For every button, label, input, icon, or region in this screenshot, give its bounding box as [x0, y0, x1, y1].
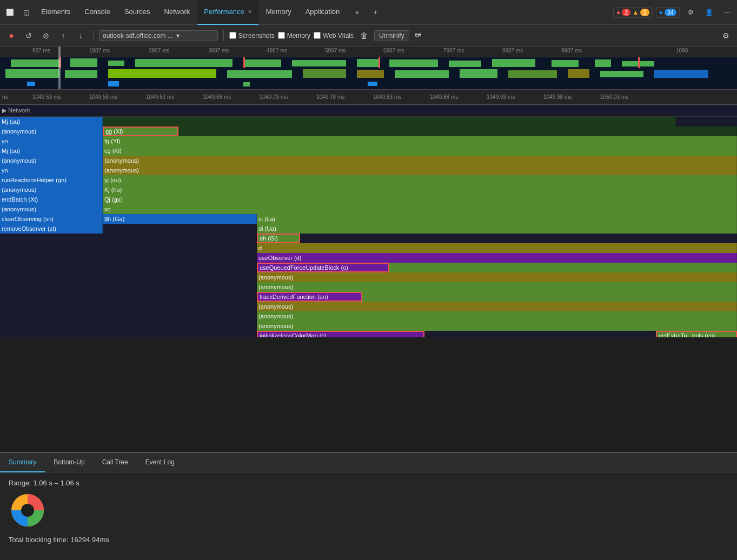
- svg-rect-8: [389, 59, 438, 67]
- account-icon[interactable]: 👤: [701, 5, 716, 20]
- memory-checkbox[interactable]: [278, 32, 285, 39]
- flame-row-9: (anonymous) xo: [0, 204, 737, 214]
- webvitals-checkbox[interactable]: [314, 32, 321, 39]
- ruler-tick-10: 1098: [676, 48, 688, 54]
- flame-row-14: useObserver (d): [0, 253, 737, 263]
- flame-cell[interactable]: useObserver (d): [257, 253, 737, 263]
- flame-cell[interactable]: Qj (gu): [103, 195, 737, 204]
- flame-cell[interactable]: (anonymous): [0, 126, 103, 136]
- tab-application[interactable]: Application: [299, 0, 347, 25]
- flame-cell[interactable]: (anonymous): [257, 302, 737, 311]
- flame-cell[interactable]: endBatch (Xt): [0, 195, 103, 204]
- flame-cell[interactable]: clearObserving (sn): [0, 214, 103, 224]
- tab-call-tree[interactable]: Call Tree: [94, 453, 137, 472]
- flame-cell[interactable]: (anonymous): [257, 311, 737, 321]
- flame-cell[interactable]: fg (Yl): [103, 136, 737, 146]
- flame-cell[interactable]: Kj (hu): [103, 185, 737, 195]
- flame-cell[interactable]: (anonymous): [0, 185, 103, 195]
- screenshots-checkbox-group[interactable]: Screenshots: [229, 32, 275, 39]
- error-group[interactable]: ● 2 ▲ 2: [613, 7, 652, 18]
- flame-cell-outlined[interactable]: useQueuedForceUpdateBlock (o): [257, 263, 389, 272]
- flame-cell[interactable]: $h (Ga): [103, 214, 257, 224]
- svg-rect-5: [243, 59, 281, 67]
- flame-cell-empty: [0, 234, 257, 243]
- detail-ruler: ns 1049.53 ms 1049.58 ms 1049.63 ms 1049…: [0, 90, 737, 105]
- flame-cell[interactable]: xo: [103, 204, 737, 214]
- ruler-tick-7: 7987 ms: [443, 48, 464, 54]
- webvitals-checkbox-group[interactable]: Web Vitals: [314, 32, 354, 39]
- flame-cell[interactable]: di (Ua): [257, 224, 737, 234]
- flame-cell-outlined[interactable]: gg (Xl): [103, 126, 178, 136]
- info-group[interactable]: ● 34: [656, 7, 680, 18]
- svg-rect-2: [70, 58, 97, 67]
- flame-cell-empty: [0, 263, 257, 272]
- download-button[interactable]: ↓: [74, 29, 88, 43]
- trash-button[interactable]: 🗑: [357, 29, 371, 43]
- flame-cell[interactable]: d: [257, 243, 737, 253]
- tab-console[interactable]: Console: [78, 0, 117, 25]
- flame-cell[interactable]: (anonymous): [103, 156, 737, 165]
- flame-chart[interactable]: ▶ Network Mj (uu) (anonymous) gg (Xl) yn…: [0, 105, 737, 337]
- refresh-button[interactable]: ↺: [22, 29, 36, 43]
- tab-sources[interactable]: Sources: [118, 0, 157, 25]
- flame-cell[interactable]: (anonymous): [103, 165, 737, 175]
- upload-button[interactable]: ↑: [56, 29, 70, 43]
- screenshots-checkbox[interactable]: [229, 32, 236, 39]
- map-icon: 🗺: [415, 32, 421, 39]
- tab-bottom-up[interactable]: Bottom-Up: [45, 453, 93, 472]
- flame-cell[interactable]: ci (La): [257, 214, 737, 224]
- refresh-icon: ↺: [25, 31, 32, 40]
- memory-checkbox-group[interactable]: Memory: [278, 32, 310, 39]
- record-button[interactable]: ●: [4, 29, 18, 43]
- memory-label: Memory: [287, 32, 310, 39]
- flame-cell-outlined[interactable]: initializeIconColorMap (c): [257, 331, 424, 337]
- flame-cell[interactable]: [362, 292, 737, 302]
- flame-row-13: d: [0, 243, 737, 253]
- flame-cell[interactable]: (anonymous): [257, 282, 737, 292]
- flame-cell[interactable]: (anonymous): [0, 204, 103, 214]
- flame-cell[interactable]: Mj (uu): [0, 117, 103, 126]
- tab-performance-close[interactable]: ✕: [248, 9, 252, 15]
- flame-cell-outlined[interactable]: trackDerivedFunction (an): [257, 292, 362, 302]
- tab-memory[interactable]: Memory: [260, 0, 298, 25]
- flame-cell[interactable]: yn: [0, 165, 103, 175]
- flame-cell-outlined[interactable]: getExtraTo...trols (co): [656, 331, 737, 337]
- settings-icon[interactable]: ⚙: [683, 5, 698, 20]
- svg-rect-35: [368, 82, 377, 86]
- tab-event-log[interactable]: Event Log: [137, 453, 183, 472]
- performance-settings-icon[interactable]: ⚙: [719, 29, 733, 43]
- flame-cell[interactable]: yj (ou): [103, 175, 737, 185]
- tab-network[interactable]: Network: [158, 0, 197, 25]
- unminify-button[interactable]: Unminify: [374, 30, 409, 41]
- cancel-button[interactable]: ⊘: [39, 29, 53, 43]
- ruler-tick-2: 2987 ms: [149, 48, 169, 54]
- flame-cell-outlined[interactable]: oh (Gi): [257, 234, 300, 243]
- flame-cell[interactable]: (anonymous): [257, 321, 737, 331]
- element-picker-icon[interactable]: ◱: [18, 5, 34, 20]
- flame-cell[interactable]: removeObserver (zt): [0, 224, 103, 234]
- url-bar[interactable]: outlook-sdf.office.com ... ▾: [99, 30, 218, 41]
- flame-cell-empty: [0, 253, 257, 263]
- device-mode-icon[interactable]: ⬜: [2, 5, 17, 20]
- tab-performance[interactable]: Performance ✕: [197, 0, 258, 25]
- webvitals-label: Web Vitals: [323, 32, 354, 39]
- flame-cell[interactable]: yn: [0, 136, 103, 146]
- flame-row-16: (anonymous): [0, 272, 737, 282]
- cpu-bar: CPU: [0, 68, 737, 79]
- svg-rect-22: [227, 70, 292, 78]
- flame-cell-empty: [103, 117, 676, 126]
- flame-cell[interactable]: (anonymous): [257, 272, 737, 282]
- flame-cell[interactable]: (anonymous): [0, 156, 103, 165]
- flame-cell[interactable]: runReactionsHelper (gn): [0, 175, 103, 185]
- flame-cell[interactable]: [389, 263, 737, 272]
- svg-rect-6: [292, 60, 346, 66]
- tab-summary[interactable]: Summary: [0, 453, 45, 472]
- more-options-icon[interactable]: ⋯: [720, 5, 735, 20]
- tab-elements[interactable]: Elements: [35, 0, 77, 25]
- svg-rect-12: [595, 59, 611, 67]
- timeline-overview[interactable]: 987 ms 1987 ms 2987 ms 3987 ms 4987 ms 5…: [0, 46, 737, 90]
- more-tabs-button[interactable]: »: [349, 5, 364, 20]
- flame-cell[interactable]: Mj (uu): [0, 146, 103, 156]
- add-tab-button[interactable]: +: [368, 5, 383, 20]
- flame-cell[interactable]: cg (Kl): [103, 146, 737, 156]
